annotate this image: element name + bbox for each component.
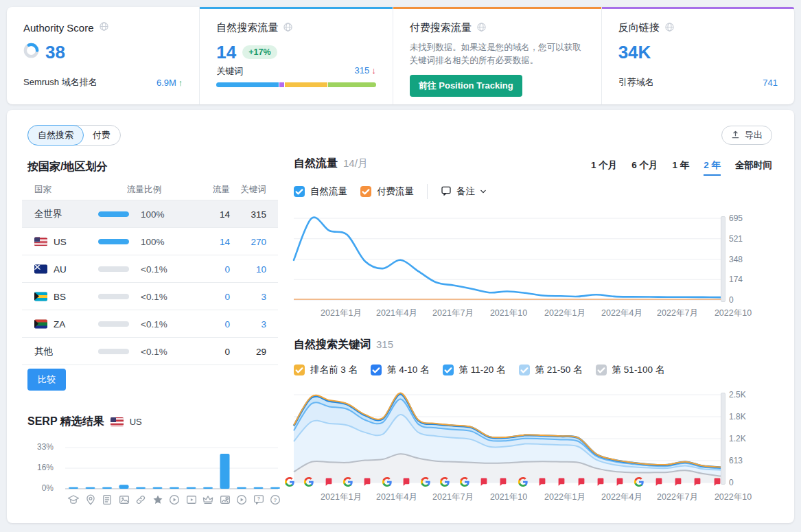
keywords-value[interactable]: 270 — [251, 236, 266, 246]
chevron-down-icon — [480, 187, 487, 197]
tab-自然搜索[interactable]: 自然搜索 — [27, 125, 84, 146]
note-marker[interactable] — [324, 477, 334, 487]
info-globe-icon[interactable] — [664, 22, 675, 34]
flag-za-icon — [34, 319, 47, 328]
education-icon[interactable] — [67, 494, 80, 506]
google-updates-marker-row — [294, 395, 733, 491]
traffic-value[interactable]: 14 — [220, 236, 230, 246]
range-1 个月[interactable]: 1 个月 — [591, 159, 617, 176]
note-marker[interactable] — [615, 477, 625, 487]
serp-bar-sitelinks — [136, 487, 146, 489]
traffic-value[interactable]: 0 — [224, 264, 230, 274]
legend-自然流量[interactable]: 自然流量 — [294, 185, 347, 198]
traffic-share-bar — [98, 349, 129, 354]
keywords-value[interactable]: 3 — [261, 319, 266, 329]
info-globe-icon[interactable] — [99, 21, 109, 34]
country-row-全世界: 全世界100%14315 — [22, 200, 278, 228]
image-pack-icon[interactable] — [219, 494, 231, 506]
domain-rank-value[interactable]: 6.9M — [156, 78, 176, 88]
notes-dropdown[interactable]: 备注 — [441, 185, 487, 198]
note-marker[interactable] — [362, 477, 372, 487]
range-2 年[interactable]: 2 年 — [704, 159, 721, 176]
organic-accent-bar — [200, 7, 392, 9]
serp-bar-image — [119, 485, 129, 489]
legend-第 4-10 名[interactable]: 第 4-10 名 — [371, 364, 430, 376]
google-update-marker[interactable] — [382, 477, 392, 487]
keywords-value[interactable]: 3 — [261, 291, 266, 301]
country-row-ZA[interactable]: ZA<0.1%03 — [22, 310, 278, 338]
serp-bar-featured-video — [187, 487, 196, 489]
traffic-share-bar — [98, 294, 129, 299]
keywords-legend-row: 排名前 3 名第 4-10 名第 11-20 名第 21-50 名第 51-10… — [294, 364, 664, 376]
legend-第 11-20 名[interactable]: 第 11-20 名 — [443, 364, 506, 376]
traffic-value[interactable]: 0 — [224, 319, 230, 329]
export-button[interactable]: 导出 — [721, 126, 772, 145]
others-icon[interactable]: ? — [269, 494, 281, 506]
video-icon[interactable] — [168, 494, 181, 506]
keywords-value[interactable]: 10 — [256, 264, 266, 274]
note-marker[interactable] — [577, 477, 586, 487]
note-marker[interactable] — [673, 477, 683, 487]
traffic-value[interactable]: 0 — [224, 291, 230, 301]
card-backlinks: 反向链接 34K 引荐域名 741 — [601, 7, 794, 104]
semrush-domain-overview: Authority Score 38 Semrush 域名排名 6.9M↑ 自然… — [0, 0, 801, 532]
google-update-marker[interactable] — [634, 477, 644, 487]
keyword-position-distribution-bar — [216, 82, 375, 87]
faq-icon[interactable]: ? — [253, 494, 265, 506]
legend-第 51-100 名[interactable]: 第 51-100 名 — [596, 364, 665, 376]
featured-snippet-icon[interactable] — [101, 494, 113, 506]
traffic-share-value: <0.1% — [141, 291, 167, 301]
video-carousel-icon[interactable] — [235, 494, 248, 506]
country-row-US[interactable]: US100%14270 — [22, 228, 278, 255]
google-update-marker[interactable] — [304, 477, 314, 487]
countries-table-header: 国家 流量比例 流量 关键词 — [22, 181, 278, 200]
country-row-AU[interactable]: AU<0.1%010 — [22, 255, 278, 283]
ref-domains-value[interactable]: 741 — [763, 78, 778, 88]
info-globe-icon[interactable] — [283, 22, 293, 34]
keywords-value: 315 — [251, 209, 266, 219]
google-update-marker[interactable] — [518, 477, 528, 487]
country-row-BS[interactable]: BS<0.1%03 — [22, 283, 278, 310]
traffic-share-bar — [98, 239, 129, 244]
range-全部时间[interactable]: 全部时间 — [735, 159, 772, 176]
organic-traffic-line — [294, 218, 721, 298]
local-pack-icon[interactable] — [84, 494, 97, 506]
chart-scroll-handle[interactable] — [721, 216, 725, 302]
paid-no-data-message: 未找到数据。如果这是您的域名，您可以获取关键词排名相关的所有必要数据。 — [410, 41, 585, 68]
google-update-marker[interactable] — [343, 477, 353, 487]
chart-scroll-handle[interactable] — [721, 393, 725, 485]
top-stories-icon[interactable] — [202, 494, 214, 506]
traffic-legend-row: 自然流量付费流量 备注 — [294, 184, 487, 199]
info-globe-icon[interactable] — [476, 22, 487, 34]
google-update-marker[interactable] — [440, 477, 450, 487]
range-6 个月[interactable]: 6 个月 — [631, 159, 658, 176]
note-marker[interactable] — [537, 477, 547, 487]
note-marker[interactable] — [557, 477, 566, 487]
image-icon[interactable] — [118, 494, 130, 506]
google-update-marker[interactable] — [460, 477, 469, 487]
down-arrow-icon: ↓ — [371, 65, 376, 76]
legend-排名前 3 名[interactable]: 排名前 3 名 — [294, 364, 358, 376]
note-marker[interactable] — [498, 477, 508, 487]
note-marker[interactable] — [402, 477, 411, 487]
sitelinks-icon[interactable] — [135, 494, 147, 506]
note-marker[interactable] — [654, 477, 664, 487]
legend-第 21-50 名[interactable]: 第 21-50 名 — [519, 364, 583, 376]
google-update-marker[interactable] — [421, 477, 430, 487]
keywords-count[interactable]: 315 — [354, 65, 369, 76]
compare-button[interactable]: 比较 — [27, 369, 66, 391]
reviews-icon[interactable] — [152, 494, 164, 506]
note-marker[interactable] — [693, 477, 702, 487]
featured-video-icon[interactable] — [185, 494, 198, 506]
svg-text:?: ? — [274, 497, 277, 503]
note-marker[interactable] — [479, 477, 489, 487]
note-bubble-icon — [441, 185, 452, 198]
note-marker[interactable] — [596, 477, 605, 487]
position-tracking-button[interactable]: 前往 Position Tracking — [410, 75, 522, 97]
tab-付费[interactable]: 付费 — [83, 126, 120, 145]
flag-us-icon — [34, 237, 47, 246]
legend-付费流量[interactable]: 付费流量 — [360, 185, 414, 198]
google-update-marker[interactable] — [285, 477, 294, 487]
traffic-legend-items: 自然流量付费流量 — [294, 185, 414, 198]
range-1 年[interactable]: 1 年 — [672, 159, 689, 176]
